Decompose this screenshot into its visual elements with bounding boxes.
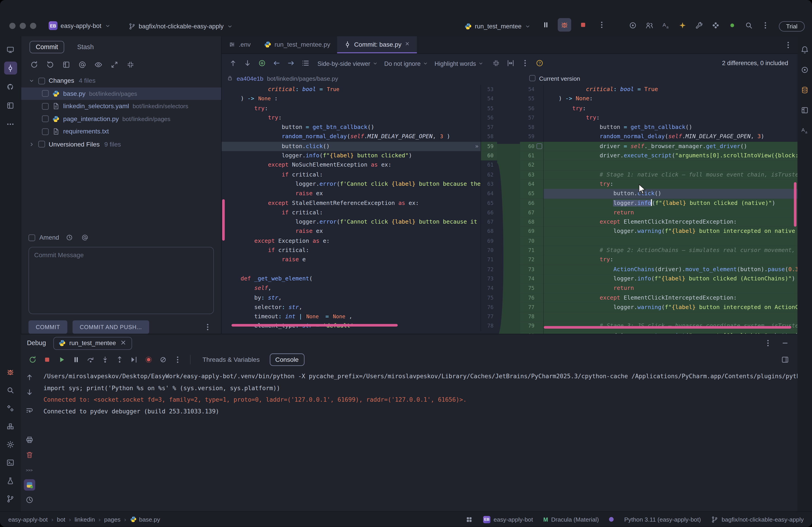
- tab-threads-variables[interactable]: Threads & Variables: [197, 354, 265, 365]
- project-tool-icon[interactable]: [4, 43, 17, 56]
- close-session-icon[interactable]: [119, 339, 127, 348]
- highlight-dropdown[interactable]: Highlight words: [435, 60, 484, 66]
- python-packages-icon[interactable]: [24, 479, 35, 491]
- window-layout-icon[interactable]: [466, 516, 473, 523]
- trial-button[interactable]: Trial: [779, 21, 805, 32]
- diff-more-icon[interactable]: [519, 57, 531, 69]
- editor-tabs-more-icon[interactable]: [782, 38, 794, 51]
- pause-button[interactable]: [539, 18, 553, 32]
- ai-assistant-icon[interactable]: [798, 63, 811, 76]
- breadcrumb-item[interactable]: bot: [57, 516, 65, 523]
- left-vertical-scrollbar[interactable]: [222, 199, 224, 241]
- ignore-dropdown[interactable]: Do not ignore: [385, 60, 429, 66]
- code-with-me-icon[interactable]: [643, 19, 655, 32]
- debug-tool-icon[interactable]: [4, 365, 17, 378]
- down-stack-icon[interactable]: [24, 387, 35, 398]
- clear-console-icon[interactable]: [24, 449, 35, 461]
- commit-button[interactable]: COMMIT: [28, 320, 67, 334]
- file-checkbox[interactable]: [42, 103, 49, 109]
- terminal-tool-icon[interactable]: [4, 456, 17, 469]
- zoom-window-button[interactable]: [30, 23, 36, 29]
- diff-right-pane[interactable]: 54 critical: bool = True55 ) -> None:56 …: [520, 85, 798, 334]
- search-tool-icon[interactable]: [4, 383, 17, 396]
- window-controls[interactable]: [9, 23, 36, 29]
- collapse-unchanged-icon[interactable]: [490, 57, 502, 69]
- changed-files-icon[interactable]: [299, 57, 311, 69]
- debug-button[interactable]: [558, 18, 571, 32]
- expand-all-icon[interactable]: [109, 59, 120, 71]
- ai-chat-icon[interactable]: [626, 19, 639, 32]
- next-change-icon[interactable]: [241, 57, 253, 69]
- version-control-tool-icon[interactable]: [4, 492, 17, 505]
- collapse-all-icon[interactable]: [125, 59, 136, 71]
- minimize-window-button[interactable]: [20, 23, 26, 29]
- commit-more-icon[interactable]: [201, 320, 214, 333]
- include-chunk-checkbox[interactable]: [537, 144, 542, 149]
- dependencies-icon[interactable]: [798, 104, 811, 116]
- tab-stash[interactable]: Stash: [72, 42, 100, 53]
- sync-scroll-icon[interactable]: [504, 57, 516, 69]
- changed-file-row[interactable]: requirements.txt: [21, 125, 221, 138]
- more-tools-icon[interactable]: [4, 118, 17, 130]
- debug-more-icon[interactable]: [172, 354, 183, 365]
- diff-left-pane[interactable]: critical: bool = True53 ) -> None:54 try…: [222, 85, 497, 334]
- changes-group-row[interactable]: Changes 4 files: [21, 75, 221, 87]
- changes-checkbox[interactable]: [38, 77, 45, 84]
- status-project[interactable]: EB easy-apply-bot: [483, 516, 533, 523]
- file-checkbox[interactable]: [42, 116, 49, 122]
- breadcrumb-item[interactable]: easy-apply-bot: [8, 516, 48, 523]
- file-checkbox[interactable]: [42, 128, 49, 135]
- tab-console[interactable]: Console: [270, 353, 304, 366]
- right-horizontal-scrollbar[interactable]: [544, 326, 791, 328]
- show-diff-icon[interactable]: [93, 59, 104, 71]
- stop-button[interactable]: [576, 18, 590, 32]
- github-tool-icon[interactable]: [4, 80, 17, 93]
- resume-icon[interactable]: [56, 354, 68, 365]
- plugins-icon[interactable]: [709, 19, 722, 32]
- changed-file-row[interactable]: page_interaction.pybot/linkedin/pages: [21, 112, 221, 125]
- breadcrumb-item[interactable]: linkedin: [74, 516, 95, 523]
- database-icon[interactable]: [798, 84, 811, 96]
- run-more-icon[interactable]: [595, 18, 609, 32]
- mute-breakpoints-icon[interactable]: [157, 354, 169, 365]
- history-icon[interactable]: [24, 494, 35, 506]
- status-interpreter[interactable]: Python 3.11 (easy-apply-bot): [624, 516, 701, 523]
- commit-and-push-button[interactable]: COMMIT AND PUSH...: [72, 320, 149, 334]
- print-icon[interactable]: [24, 434, 35, 446]
- viewer-dropdown[interactable]: Side-by-side viewer: [317, 60, 378, 66]
- step-out-icon[interactable]: [114, 354, 126, 365]
- editor-tab[interactable]: .env: [222, 36, 258, 54]
- console-output[interactable]: /Users/miroslavpeskov/Desktop/EasyWork/e…: [38, 367, 798, 511]
- breadcrumb-item[interactable]: pages: [104, 516, 121, 523]
- record-icon[interactable]: [726, 19, 738, 32]
- left-horizontal-scrollbar[interactable]: [231, 324, 398, 326]
- console-prompt-icon[interactable]: [24, 464, 35, 476]
- changed-file-row[interactable]: base.pybot/linkedin/pages: [21, 87, 221, 100]
- settings-tool-icon[interactable]: [4, 438, 17, 451]
- status-branch[interactable]: bagfix/not-clickable-easy-apply: [711, 516, 804, 523]
- pull-requests-tool-icon[interactable]: [4, 99, 17, 112]
- project-widget[interactable]: EB easy-apply-bot: [46, 20, 114, 32]
- commit-author-icon[interactable]: [80, 232, 90, 243]
- translate-icon[interactable]: [659, 19, 672, 32]
- apply-change-icon[interactable]: [256, 57, 268, 69]
- status-theme[interactable]: M Dracula (Material): [543, 516, 599, 523]
- current-version-checkbox[interactable]: [529, 75, 535, 81]
- editor-tab[interactable]: Commit: base.py: [337, 36, 417, 54]
- chevron-down-icon[interactable]: [28, 78, 35, 84]
- amend-checkbox[interactable]: [28, 234, 35, 241]
- commit-message-input[interactable]: [28, 247, 214, 314]
- view-breakpoints-icon[interactable]: [143, 354, 155, 365]
- chevron-right-icon[interactable]: [28, 141, 35, 147]
- file-checkbox[interactable]: [42, 90, 49, 97]
- commit-hash[interactable]: ea404e1b: [237, 75, 263, 81]
- hide-panel-icon[interactable]: [778, 336, 791, 349]
- services-tool-icon[interactable]: [4, 402, 17, 415]
- tab-commit[interactable]: Commit: [30, 41, 64, 53]
- commit-tool-icon[interactable]: [4, 62, 17, 74]
- help-icon[interactable]: [534, 57, 546, 69]
- next-file-icon[interactable]: [285, 57, 297, 69]
- layout-settings-icon[interactable]: [778, 353, 791, 366]
- status-accent-dot[interactable]: [609, 517, 614, 522]
- refresh-icon[interactable]: [28, 59, 40, 71]
